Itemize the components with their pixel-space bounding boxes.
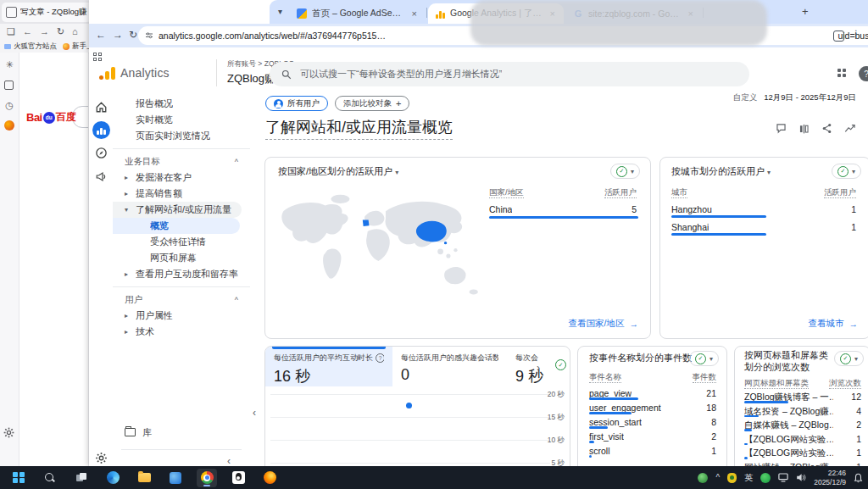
- menu-grid-icon[interactable]: [93, 53, 103, 62]
- column-header[interactable]: 城市: [671, 187, 687, 198]
- insights-icon[interactable]: [844, 123, 856, 134]
- metric-tab-2[interactable]: 每次会9 秒: [507, 347, 554, 386]
- firefox-tab[interactable]: 写文章 - ZQBlog赚钱博客: [2, 3, 92, 22]
- site-settings-icon[interactable]: [145, 31, 153, 40]
- back-icon[interactable]: ←: [96, 29, 106, 41]
- close-icon[interactable]: ×: [410, 8, 419, 19]
- metric-tab-0[interactable]: 每位活跃用户的平均互动时长?16 秒: [265, 347, 392, 386]
- avatar[interactable]: ?: [859, 66, 868, 81]
- nav-item-技术[interactable]: ▸技术: [113, 324, 250, 340]
- column-header[interactable]: 浏览次数: [829, 378, 861, 389]
- advertising-icon[interactable]: [95, 170, 108, 183]
- hidden-icons-chevron[interactable]: ^: [715, 473, 720, 482]
- data-quality-badge[interactable]: ✓ ▾: [610, 164, 640, 179]
- data-quality-badge[interactable]: ✓ ▾: [834, 351, 864, 366]
- chevron-down-icon[interactable]: ▾: [395, 169, 398, 176]
- column-header[interactable]: 国家/地区: [489, 187, 524, 198]
- column-header[interactable]: 事件数: [693, 372, 717, 383]
- cast-screen-icon[interactable]: [778, 473, 788, 482]
- date-custom-label[interactable]: 自定义: [733, 92, 758, 103]
- share-icon[interactable]: [821, 123, 832, 134]
- column-header[interactable]: 活跃用户: [604, 187, 637, 198]
- ga-search-bar[interactable]: 可以试搜一下“每种设备类型的用户逐月增长情况”: [270, 62, 749, 86]
- chevron-down-icon[interactable]: ▾: [767, 169, 771, 176]
- nav-item-了解网站和/或应用流量[interactable]: ▾了解网站和/或应用流量: [113, 202, 242, 218]
- history-icon[interactable]: ◷: [4, 100, 14, 110]
- security-shield-icon[interactable]: [727, 473, 737, 483]
- tab-search-icon[interactable]: ▾: [278, 7, 282, 16]
- column-header[interactable]: 活跃用户: [824, 187, 856, 198]
- compare-icon[interactable]: [798, 123, 810, 134]
- sparkle-icon[interactable]: ✳: [4, 59, 14, 69]
- volume-icon[interactable]: [796, 473, 806, 482]
- wechat-tray-icon[interactable]: [760, 473, 771, 483]
- forward-icon[interactable]: →: [40, 27, 49, 36]
- new-tab-button[interactable]: +: [802, 6, 809, 18]
- nav-item-受众特征详情[interactable]: 受众特征详情: [113, 234, 250, 250]
- reload-icon[interactable]: ↻: [129, 29, 137, 41]
- chrome-menu-icon[interactable]: ⋮: [852, 29, 860, 38]
- side-panel-icon[interactable]: [833, 31, 844, 42]
- nav-item-提高销售额[interactable]: ▸提高销售额: [113, 186, 250, 202]
- column-header[interactable]: 网页标题和屏幕类: [744, 378, 809, 389]
- nav-library[interactable]: 库: [113, 424, 250, 441]
- caret-right-icon[interactable]: ▸: [125, 328, 136, 336]
- carousel-prev-icon[interactable]: ‹: [253, 407, 256, 419]
- nav-item-查看用户互动度和留存率[interactable]: ▸查看用户互动度和留存率: [113, 266, 250, 282]
- forward-icon[interactable]: →: [113, 29, 123, 41]
- collapse-nav-button[interactable]: ‹: [227, 455, 231, 467]
- ime-indicator[interactable]: 英: [744, 472, 753, 484]
- nav-item-概览[interactable]: 概览: [113, 218, 240, 234]
- data-quality-badge[interactable]: ✓ ▾: [689, 351, 719, 366]
- admin-gear-icon[interactable]: [95, 452, 108, 464]
- caret-down-icon[interactable]: ▾: [125, 206, 136, 214]
- nav-item-报告概况[interactable]: 报告概况: [113, 96, 250, 112]
- window-icon[interactable]: ❏: [7, 27, 15, 36]
- carousel-next-icon[interactable]: ›: [537, 362, 540, 374]
- home-icon[interactable]: [95, 101, 108, 114]
- taskbar-mail-icon[interactable]: [165, 469, 186, 487]
- caret-right-icon[interactable]: ▸: [125, 312, 136, 320]
- reload-icon[interactable]: ↻: [57, 27, 64, 36]
- taskbar-qq-icon[interactable]: [228, 469, 248, 487]
- colorways-icon[interactable]: [4, 120, 14, 131]
- annotation-icon[interactable]: [776, 123, 787, 134]
- notifications-bell-icon[interactable]: [854, 473, 863, 483]
- column-header[interactable]: 事件名称: [589, 372, 621, 383]
- nav-item-用户属性[interactable]: ▸用户属性: [113, 308, 250, 324]
- bookmark-item[interactable]: 火狐官方站点: [4, 42, 57, 52]
- taskbar-clock[interactable]: 22:46 2025/12/9: [814, 469, 846, 486]
- nav-item-发掘潜在客户[interactable]: ▸发掘潜在客户: [113, 169, 250, 186]
- pages-icon[interactable]: [4, 81, 14, 90]
- nav-item-页面实时浏览情况[interactable]: 页面实时浏览情况: [113, 128, 250, 144]
- check-icon[interactable]: ✓: [555, 359, 566, 370]
- explore-icon[interactable]: [95, 147, 108, 159]
- browser-tab[interactable]: 首页 – Google AdSense×: [290, 3, 426, 24]
- taskbar-browser-icon[interactable]: [103, 469, 123, 487]
- ga-apps-grid-icon[interactable]: [837, 69, 847, 78]
- bookmark-item[interactable]: 新手上路: [63, 42, 92, 52]
- view-countries-link[interactable]: 查看国家/地区→: [569, 318, 638, 330]
- add-comparison-chip[interactable]: 添加比较对象 +: [335, 96, 409, 111]
- taskbar-search-icon[interactable]: [40, 469, 60, 487]
- back-icon[interactable]: ←: [23, 27, 32, 36]
- home-icon[interactable]: ⌂: [72, 27, 78, 36]
- all-users-chip[interactable]: 所有用户: [265, 96, 328, 111]
- data-quality-badge[interactable]: ✓ ▾: [832, 164, 861, 179]
- caret-right-icon[interactable]: ▸: [125, 270, 136, 278]
- taskbar-chrome-icon[interactable]: [197, 469, 217, 487]
- caret-right-icon[interactable]: ▸: [125, 190, 136, 197]
- taskbar-start-icon[interactable]: [8, 469, 29, 487]
- metric-tab-1[interactable]: 每位活跃用户的感兴趣会话数?0: [392, 347, 507, 386]
- taskbar-folder-icon[interactable]: [134, 469, 154, 487]
- map-france[interactable]: [363, 219, 370, 226]
- settings-gear-icon[interactable]: [3, 427, 14, 438]
- chevron-up-icon[interactable]: ^: [235, 158, 238, 166]
- caret-right-icon[interactable]: ▸: [125, 174, 136, 181]
- taskbar-firefox-icon[interactable]: [259, 469, 280, 487]
- nav-item-网页和屏幕[interactable]: 网页和屏幕: [113, 250, 250, 266]
- view-cities-link[interactable]: 查看城市→: [809, 318, 859, 330]
- date-range[interactable]: 12月9日 - 2025年12月9日: [764, 92, 856, 103]
- reports-icon[interactable]: [92, 121, 110, 139]
- chevron-up-icon[interactable]: ^: [235, 296, 238, 304]
